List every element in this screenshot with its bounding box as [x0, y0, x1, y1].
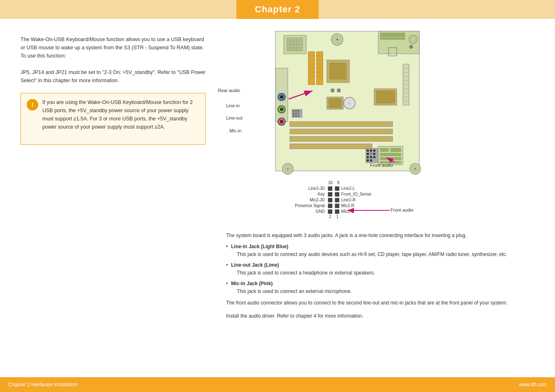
svg-rect-108: [328, 204, 332, 208]
svg-rect-62: [290, 144, 372, 149]
svg-rect-80: [367, 156, 369, 158]
svg-point-87: [287, 168, 289, 170]
svg-point-11: [336, 38, 338, 41]
svg-text:Mic2-R: Mic2-R: [341, 203, 354, 208]
svg-rect-110: [328, 210, 332, 214]
svg-text:Key: Key: [318, 192, 325, 196]
wake-on-usb-para1: The Wake-On-USB Keyboard/Mouse function …: [21, 35, 206, 60]
line-out-title: Line-out Jack (Lime): [231, 262, 279, 268]
line-in-detail: This jack is used to connect any audio d…: [231, 251, 543, 258]
svg-rect-79: [373, 153, 375, 155]
svg-point-21: [280, 95, 283, 99]
svg-point-17: [409, 45, 413, 48]
diagram-area: Rear audio Line-in Line-out Mic-in: [226, 27, 543, 187]
svg-rect-42: [330, 63, 346, 79]
svg-text:Front_IO_Sense: Front_IO_Sense: [341, 192, 372, 196]
header-center: Chapter 2: [236, 0, 319, 19]
svg-text:Line2-R: Line2-R: [341, 198, 356, 202]
svg-rect-66: [298, 110, 299, 112]
warning-text: If you are using the Wake-On-USB Keyboar…: [42, 98, 199, 131]
svg-rect-105: [335, 192, 339, 196]
label-front-audio: Front audio: [370, 163, 393, 168]
svg-rect-104: [328, 192, 332, 196]
svg-text:GND: GND: [316, 209, 325, 214]
svg-rect-96: [380, 153, 401, 156]
line-out-detail: This jack is used to connect a headphone…: [231, 269, 543, 277]
footer-right: www.dfi.com: [519, 382, 547, 387]
line-in-item: Line-in Jack (Light Blue) This jack is u…: [226, 243, 543, 258]
svg-text:Front audio: Front audio: [391, 208, 414, 212]
svg-rect-59: [290, 122, 393, 127]
svg-rect-13: [380, 33, 405, 37]
svg-text:2: 2: [329, 214, 331, 219]
right-panel: Rear audio Line-in Line-out Mic-in: [218, 19, 555, 377]
svg-rect-109: [335, 204, 339, 208]
svg-rect-81: [370, 156, 372, 158]
svg-point-15: [409, 35, 417, 44]
svg-rect-14: [380, 38, 405, 39]
svg-rect-111: [335, 210, 339, 214]
page-header: Chapter 2: [0, 0, 555, 19]
svg-rect-94: [380, 148, 388, 152]
svg-text:Mic2-JD: Mic2-JD: [310, 198, 325, 202]
svg-rect-64: [293, 110, 294, 112]
svg-rect-82: [373, 156, 375, 158]
svg-rect-95: [391, 148, 401, 152]
svg-rect-74: [367, 150, 369, 152]
svg-text:1: 1: [336, 214, 339, 219]
svg-text:+: +: [348, 101, 350, 106]
label-mic-in: Mic-in: [229, 128, 241, 133]
svg-rect-72: [298, 115, 299, 117]
header-left-bg: [0, 0, 236, 19]
svg-rect-92: [376, 91, 395, 103]
install-driver-desc: Install the audio driver. Refer to chapt…: [226, 312, 543, 320]
label-line-out: Line-out: [226, 115, 243, 120]
svg-rect-65: [295, 110, 297, 112]
mic-in-item: Mic-in Jack (Pink) This jack is used to …: [226, 280, 543, 295]
motherboard-diagram: +: [251, 27, 423, 187]
warning-icon: !: [27, 99, 38, 111]
label-line-in: Line-in: [226, 103, 240, 108]
svg-point-25: [280, 120, 283, 123]
svg-rect-68: [295, 113, 297, 114]
svg-rect-83: [367, 159, 369, 161]
svg-rect-75: [370, 150, 372, 152]
svg-rect-97: [380, 157, 401, 160]
description-section: The system board is equipped with 3 audi…: [226, 230, 543, 369]
wake-on-usb-para2: JP5, JP14 and JP21 must be set to "2-3 O…: [21, 68, 206, 85]
warning-box: ! If you are using the Wake-On-USB Keybo…: [21, 93, 206, 145]
system-board-desc: The system board is equipped with 3 audi…: [226, 232, 543, 240]
svg-rect-56: [329, 99, 341, 108]
svg-text:Mic2-L: Mic2-L: [341, 209, 354, 214]
main-content: The Wake-On-USB Keyboard/Mouse function …: [0, 19, 555, 377]
svg-rect-71: [295, 115, 297, 117]
header-right-bg: [319, 0, 555, 19]
svg-rect-60: [290, 129, 393, 134]
svg-rect-84: [370, 159, 372, 161]
svg-rect-107: [335, 198, 339, 202]
svg-rect-70: [293, 115, 294, 117]
mic-in-title: Mic-in Jack (Pink): [231, 281, 273, 286]
svg-rect-77: [367, 153, 369, 155]
page-footer: Chapter 2 Hardware Installation www.dfi.…: [0, 377, 555, 392]
jack-list: Line-in Jack (Light Blue) This jack is u…: [226, 243, 543, 295]
line-out-item: Line-out Jack (Lime) This jack is used t…: [226, 261, 543, 277]
svg-rect-106: [328, 198, 332, 202]
svg-point-23: [280, 108, 283, 111]
board-container: Rear audio Line-in Line-out Mic-in: [251, 27, 423, 187]
svg-rect-61: [290, 136, 393, 141]
svg-rect-76: [373, 150, 375, 152]
left-panel: The Wake-On-USB Keyboard/Mouse function …: [0, 19, 218, 377]
svg-rect-53: [331, 89, 334, 92]
mic-in-detail: This jack is used to connect an external…: [231, 288, 543, 295]
svg-rect-67: [293, 113, 294, 114]
line-in-title: Line-in Jack (Light Blue): [231, 244, 288, 249]
label-rear-audio: Rear audio: [218, 88, 240, 93]
front-audio-desc: The front audio connector allows you to …: [226, 299, 543, 307]
footer-left: Chapter 2 Hardware Installation: [8, 382, 78, 387]
chapter-title: Chapter 2: [255, 4, 300, 15]
svg-point-90: [414, 168, 416, 170]
svg-rect-69: [298, 113, 299, 114]
svg-rect-54: [337, 89, 340, 92]
svg-text:Presence Signal: Presence Signal: [295, 203, 325, 208]
